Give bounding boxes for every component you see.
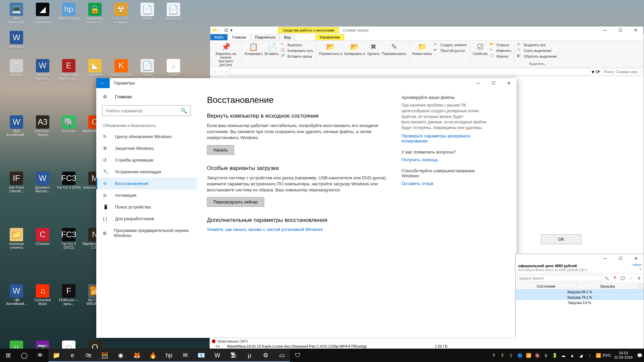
backup-link[interactable]: Проверьте параметры резервного копирован… <box>401 133 489 143</box>
restart-button[interactable]: Перезагрузить сейчас <box>207 197 264 207</box>
tray-icon[interactable]: 📶 <box>524 349 533 362</box>
taskbar-item[interactable]: ◯ <box>16 349 32 362</box>
tray-icon[interactable]: 🔋 <box>550 349 559 362</box>
taskbar-item[interactable]: 🛡 <box>290 349 306 362</box>
desktop-icon[interactable]: 🐘Evernote <box>56 115 82 143</box>
explorer-context-tab[interactable]: Средства работы с рисунками <box>278 27 339 33</box>
desktop-icon[interactable]: ♫Connected Music <box>30 284 56 312</box>
settings-search[interactable]: 🔍 <box>102 105 191 116</box>
ad-report-link[interactable]: Report <box>633 263 642 266</box>
ribbon-copy[interactable]: 📋Копировать <box>245 42 263 59</box>
tray-icon[interactable]: 🏃 <box>498 349 507 362</box>
explorer-qat-icon[interactable]: ▾ <box>230 28 236 33</box>
close-button[interactable]: ✕ <box>501 78 517 88</box>
ribbon-paste[interactable]: 📄Вставить <box>265 42 279 59</box>
feedback-link[interactable]: Оставить отзыв <box>401 181 489 186</box>
maximize-button[interactable]: ☐ <box>486 78 501 88</box>
ribbon-pastelnk[interactable]: 🔗Вставить ярлык <box>281 54 313 59</box>
back-button[interactable]: ← <box>96 78 110 88</box>
nav-item[interactable]: ↺Служба архивации <box>96 154 197 166</box>
explorer-qat-icon[interactable]: ▫ <box>218 28 224 33</box>
ribbon-invert[interactable]: ◧Обратить выделение <box>517 54 557 59</box>
tray-icon[interactable]: 🔵 <box>516 349 524 362</box>
taskbar-item[interactable]: 📁 <box>48 349 64 362</box>
nav-item[interactable]: 📱Поиск устройства <box>96 201 197 213</box>
minimize-button[interactable]: — <box>470 78 486 88</box>
explorer-qat-icon[interactable]: 📁 <box>212 28 218 33</box>
desktop-icon[interactable]: IFIron Front Liberati... <box>3 172 30 200</box>
tray-icon[interactable]: ▲ <box>568 349 577 362</box>
ribbon-rename[interactable]: ✎Переименовать <box>382 42 407 56</box>
ribbon-selectall[interactable]: ☑Выделить все <box>517 42 557 48</box>
torrent-status-row[interactable]: Загрузка 99.1 % <box>516 290 644 295</box>
nav-item[interactable]: ↻Центр обновления Windows <box>96 131 197 142</box>
taskbar-item[interactable]: hp <box>161 349 177 362</box>
close-button[interactable]: ✕ <box>628 253 644 263</box>
tab-view[interactable]: Вид <box>280 34 295 40</box>
ribbon-props[interactable]: ☑Свойства <box>473 42 488 59</box>
ok-button[interactable]: OK <box>541 234 581 244</box>
ribbon-cut[interactable]: ✂Вырезать <box>281 42 313 48</box>
taskbar-item[interactable]: ▭ <box>274 349 290 362</box>
col-status[interactable]: Состояние <box>516 283 577 289</box>
nav-item[interactable]: ⊘Активация <box>96 189 197 201</box>
taskbar-item[interactable]: ◉ <box>113 349 129 362</box>
ribbon-open[interactable]: 📂Открыть <box>490 42 512 48</box>
tray-icon[interactable]: РУС <box>603 349 611 362</box>
search-icon[interactable]: 🔍 <box>603 275 610 282</box>
torrent-search[interactable] <box>517 275 602 282</box>
torrent-status-row[interactable]: Загрузка 79.1 % <box>516 295 644 300</box>
nav-up-icon[interactable]: ↑ <box>225 69 228 75</box>
chat-icon[interactable]: 💬 <box>620 275 626 282</box>
desktop-icon[interactable]: EEmpire.Total Warre 1.6.0... <box>56 59 82 87</box>
desktop-icon[interactable]: FC3Far Cry 3 (DX9) <box>56 172 82 200</box>
desktop-icon[interactable]: CCCleaner <box>30 228 56 256</box>
desktop-icon[interactable]: 📁полезные утилиты <box>3 228 30 256</box>
address-bar[interactable] <box>229 68 590 75</box>
reset-button[interactable]: Начать <box>207 145 234 155</box>
tray-icon[interactable]: b <box>542 349 550 362</box>
nav-item[interactable]: { }Для разработчиков <box>96 213 197 225</box>
taskbar-item[interactable]: 👁 <box>32 349 48 362</box>
desktop-icon[interactable]: FFEAR.exe — ярлы... <box>56 284 82 312</box>
desktop-icon[interactable]: Wotvet.docx <box>3 31 30 59</box>
tab-share[interactable]: Поделиться <box>251 34 280 40</box>
tray-icon[interactable]: 🔇 <box>533 349 542 362</box>
fresh-start-link[interactable]: Узнайте, как начать заново с чистой уста… <box>207 227 388 232</box>
taskbar-item[interactable]: 🛍 <box>80 349 97 362</box>
maximize-button[interactable]: ☐ <box>612 25 628 35</box>
desktop-icon[interactable]: ◢GeForce Experience <box>30 3 56 31</box>
taskbar-item[interactable]: ⚙ <box>258 349 274 362</box>
gear-icon[interactable]: ⚙ <box>636 275 642 282</box>
ad-close-icon[interactable]: ✕ <box>639 267 642 271</box>
taskbar-item[interactable]: 📧 <box>193 349 209 362</box>
ribbon-newfolder[interactable]: 📁Новая папка <box>412 42 432 56</box>
tab-file[interactable]: Файл <box>210 34 228 40</box>
tray-icon[interactable]: ᛒ <box>507 349 516 362</box>
tray-icon[interactable]: ☁ <box>559 349 568 362</box>
ribbon-edit[interactable]: ✎Изменить <box>490 48 512 53</box>
desktop-icon[interactable]: ☢S.T.A.L.K.E... «Сыщик» <box>108 3 134 31</box>
taskbar-item[interactable]: 🔥 <box>145 349 161 362</box>
desktop-icon[interactable]: A3arm3.exe - Ярлык <box>30 115 56 143</box>
nav-home[interactable]: ⚙ Главная <box>96 92 197 102</box>
remote-icon[interactable]: ↔ <box>628 275 634 282</box>
nav-item[interactable]: ⛨Защитник Windows <box>96 142 197 154</box>
desktop-icon[interactable]: 📄desktop.ini <box>160 3 186 31</box>
taskbar-item[interactable]: ✉ <box>177 349 193 362</box>
ribbon-easyaccess[interactable]: ⇄Простой доступ <box>434 48 467 53</box>
desktop-icon[interactable]: WМой Английский... <box>3 115 30 143</box>
ribbon-copypath[interactable]: 📋Копировать путь <box>281 48 313 53</box>
taskbar-item[interactable]: W <box>209 349 225 362</box>
settings-search-input[interactable] <box>106 108 180 113</box>
category-inactive[interactable]: ⬤ Неактивные (397) <box>210 338 517 344</box>
desktop-icon[interactable]: hpМои НР Игры <box>56 3 82 31</box>
help-link[interactable]: Получить помощь <box>401 157 489 162</box>
tray-icon[interactable]: ↑ <box>585 349 594 362</box>
explorer-search[interactable] <box>601 68 642 75</box>
ribbon-copyto[interactable]: 📂Копировать в <box>344 42 365 56</box>
nav-item[interactable]: ⟲Восстановление <box>96 178 197 189</box>
ribbon-delete[interactable]: ✖Удалить <box>367 42 380 56</box>
torrent-row[interactable]: 64↓WankItNow.18.02.15.Kayla.Louise.Ass.O… <box>210 344 517 349</box>
dropdown-icon[interactable]: ▾ <box>592 69 594 75</box>
